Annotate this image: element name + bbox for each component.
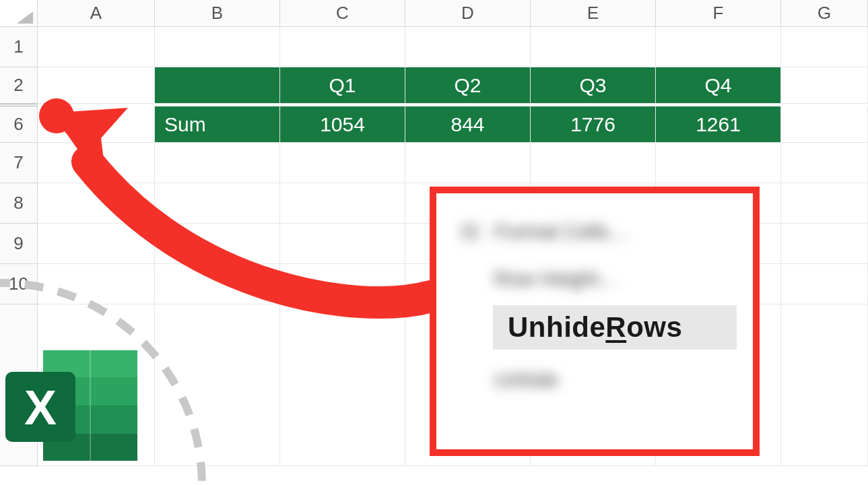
svg-text:X: X	[24, 381, 57, 434]
column-header-C[interactable]: C	[280, 0, 405, 27]
cell-E7[interactable]	[531, 143, 656, 183]
column-header-B[interactable]: B	[155, 0, 280, 27]
cell-G10[interactable]	[781, 264, 868, 304]
menu-item-label: Format Cells…	[494, 220, 629, 243]
menu-item-format-cells[interactable]: Format Cells…	[453, 211, 737, 253]
cell-A2[interactable]	[38, 67, 155, 104]
cell-C9[interactable]	[280, 224, 405, 264]
cell-D6[interactable]: 844	[405, 106, 531, 143]
cell-blank[interactable]	[155, 304, 280, 466]
column-headers-row: A B C D E F G	[0, 0, 868, 27]
cell-D2[interactable]: Q2	[405, 67, 531, 104]
cell-C2[interactable]: Q1	[280, 67, 405, 104]
cell-F7[interactable]	[656, 143, 781, 183]
table-row: 7	[0, 143, 868, 183]
menu-item-accelerator: R	[605, 311, 626, 344]
cell-G2[interactable]	[781, 67, 868, 104]
cell-C8[interactable]	[280, 183, 405, 224]
cell-F2[interactable]: Q4	[656, 67, 781, 104]
cell-E1[interactable]	[531, 27, 656, 67]
cell-B1[interactable]	[155, 27, 280, 67]
row-header-9[interactable]: 9	[0, 224, 38, 264]
cell-B6[interactable]: Sum	[155, 106, 280, 143]
cell-A9[interactable]	[38, 224, 155, 264]
cell-D1[interactable]	[405, 27, 531, 67]
cell-A7[interactable]	[38, 143, 155, 183]
cell-A10[interactable]	[38, 264, 155, 304]
column-header-E[interactable]: E	[531, 0, 656, 27]
cell-blank[interactable]	[781, 304, 868, 466]
menu-item-label: Row Height…	[494, 267, 619, 290]
cell-A1[interactable]	[38, 27, 155, 67]
cell-D7[interactable]	[405, 143, 531, 183]
row-header-8[interactable]: 8	[0, 183, 38, 224]
cell-E6[interactable]: 1776	[531, 106, 656, 143]
column-header-G[interactable]: G	[781, 0, 868, 27]
select-all-corner[interactable]	[0, 0, 38, 27]
cell-C6[interactable]: 1054	[280, 106, 405, 143]
row-header-6[interactable]: 6	[0, 106, 38, 143]
cell-blank[interactable]	[280, 304, 405, 466]
menu-item-row-height[interactable]: Row Height…	[453, 258, 737, 300]
table-row: 2 Q1 Q2 Q3 Q4	[0, 67, 868, 104]
row-header-10[interactable]: 10	[0, 264, 38, 304]
column-header-A[interactable]: A	[38, 0, 155, 27]
excel-logo-icon: X	[1, 345, 143, 466]
column-header-F[interactable]: F	[656, 0, 781, 27]
menu-item-blurred-last[interactable]: Unhide	[453, 359, 737, 401]
cell-B7[interactable]	[155, 143, 280, 183]
cell-B2[interactable]	[155, 67, 280, 104]
cell-G6[interactable]	[781, 106, 868, 143]
format-cells-icon	[461, 224, 479, 240]
table-row: 6 Sum 1054 844 1776 1261	[0, 106, 868, 143]
cell-B9[interactable]	[155, 224, 280, 264]
cell-G8[interactable]	[781, 183, 868, 224]
menu-item-label-suffix: ows	[626, 311, 682, 344]
menu-item-label: Unhide	[494, 368, 558, 391]
cell-B8[interactable]	[155, 183, 280, 224]
cell-C1[interactable]	[280, 27, 405, 67]
cell-G9[interactable]	[781, 224, 868, 264]
cell-C10[interactable]	[280, 264, 405, 304]
row-header-7[interactable]: 7	[0, 143, 38, 183]
cell-A8[interactable]	[38, 183, 155, 224]
row-header-1[interactable]: 1	[0, 27, 38, 67]
cell-F1[interactable]	[656, 27, 781, 67]
cell-C7[interactable]	[280, 143, 405, 183]
cell-F6[interactable]: 1261	[656, 106, 781, 143]
cell-A6[interactable]	[38, 106, 155, 143]
cell-E2[interactable]: Q3	[531, 67, 656, 104]
table-row: 1	[0, 27, 868, 67]
hidden-rows-indicator[interactable]	[0, 104, 38, 106]
row-header-2[interactable]: 2	[0, 67, 38, 104]
cell-G1[interactable]	[781, 27, 868, 67]
cell-B10[interactable]	[155, 264, 280, 304]
context-menu: Format Cells… Row Height… Unhide Rows Un…	[430, 187, 760, 456]
column-header-D[interactable]: D	[405, 0, 531, 27]
menu-item-unhide-rows[interactable]: Unhide Rows	[493, 305, 737, 350]
cell-G7[interactable]	[781, 143, 868, 183]
menu-item-label-prefix: Unhide	[508, 311, 605, 344]
